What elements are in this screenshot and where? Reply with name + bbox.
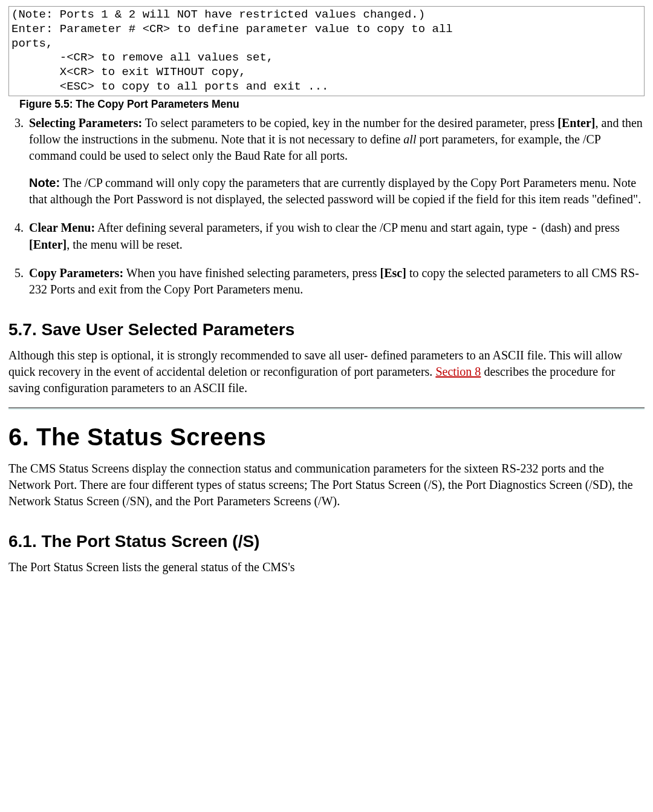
list-item-4: Clear Menu: After defining several param…	[27, 220, 645, 253]
note-block: Note: The /CP command will only copy the…	[29, 175, 645, 208]
section-5-7-heading: 5.7. Save User Selected Parameters	[8, 318, 645, 341]
code-line: (Note: Ports 1 & 2 will NOT have restric…	[11, 8, 425, 21]
code-line: Enter: Parameter # <CR> to define parame…	[11, 22, 453, 36]
item-lead: Selecting Parameters:	[29, 116, 142, 129]
esc-key: [Esc]	[380, 266, 406, 280]
item-lead: Copy Parameters:	[29, 266, 123, 280]
list-item-3: Selecting Parameters: To select paramete…	[27, 115, 645, 208]
chapter-6-heading: 6. The Status Screens	[8, 421, 645, 453]
item-text: , the menu will be reset.	[67, 238, 183, 251]
section-6-1-heading: 6.1. The Port Status Screen (/S)	[8, 530, 645, 553]
enter-key: [Enter]	[29, 238, 67, 251]
note-text: The /CP command will only copy the param…	[29, 176, 641, 206]
list-item-5: Copy Parameters: When you have finished …	[27, 265, 645, 298]
chapter-6-paragraph: The CMS Status Screens display the conne…	[8, 460, 645, 509]
section-6-1-paragraph: The Port Status Screen lists the general…	[8, 559, 645, 575]
item-text: To select parameters to be copied, key i…	[142, 116, 557, 129]
enter-key: [Enter]	[557, 116, 595, 129]
item-text: (dash) and press	[538, 221, 620, 234]
code-line: <ESC> to copy to all ports and exit ...	[11, 80, 329, 93]
section-divider	[8, 407, 645, 410]
italic-all: all	[403, 133, 416, 146]
instruction-list: Selecting Parameters: To select paramete…	[27, 115, 645, 298]
code-line: X<CR> to exit WITHOUT copy,	[11, 65, 246, 79]
note-label: Note:	[29, 176, 60, 189]
item-lead: Clear Menu:	[29, 221, 95, 234]
section-8-link[interactable]: Section 8	[435, 365, 481, 378]
item-text: After defining several parameters, if yo…	[95, 221, 531, 234]
figure-caption: Figure 5.5: The Copy Port Parameters Men…	[19, 97, 645, 112]
item-text: When you have finished selecting paramet…	[123, 266, 380, 280]
section-5-7-paragraph: Although this step is optional, it is st…	[8, 347, 645, 396]
code-line: ports,	[11, 37, 53, 50]
code-block: (Note: Ports 1 & 2 will NOT have restric…	[8, 6, 645, 96]
dash-char: -	[531, 221, 538, 235]
code-line: -<CR> to remove all values set,	[11, 51, 273, 64]
